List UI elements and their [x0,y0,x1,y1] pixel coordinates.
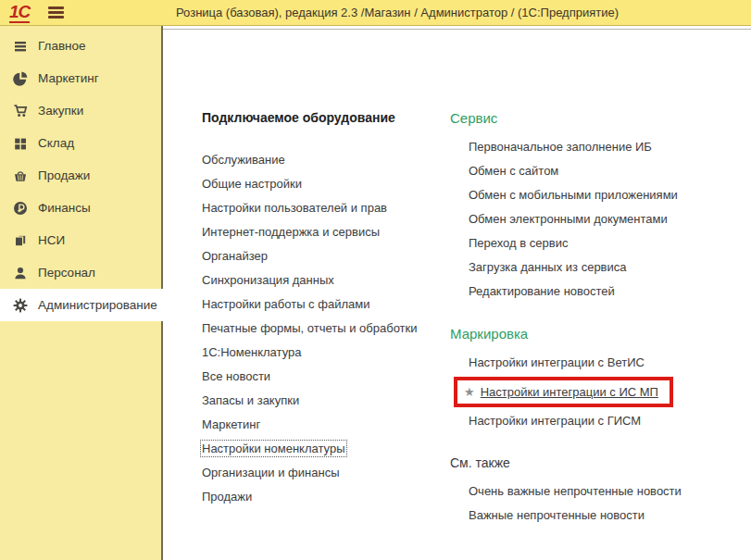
list-icon [12,39,29,54]
app-window: 1С Розница (базовая), редакция 2.3 /Мага… [0,0,751,560]
link-marketing[interactable]: Маркетинг [202,413,450,437]
gear-icon [12,298,29,313]
link-all-news[interactable]: Все новости [202,365,450,389]
sidebar-item-warehouse[interactable]: Склад [0,127,161,159]
content-panel: Подключаемое оборудование Обслуживание О… [163,26,751,560]
link-organizer[interactable]: Органайзер [202,244,450,268]
link-initial-fill[interactable]: Первоначальное заполнение ИБ [450,135,751,159]
link-file-settings[interactable]: Настройки работы с файлами [202,292,450,317]
link-organizations-finance[interactable]: Организации и финансы [202,461,450,485]
link-data-sync[interactable]: Синхронизация данных [202,268,450,292]
link-print-forms[interactable]: Печатные формы, отчеты и обработки [202,317,450,341]
section-marking: Маркировка Настройки интеграции с ВетИС … [450,326,751,433]
sidebar-item-nsi[interactable]: НСИ [0,224,161,256]
books-icon [12,233,29,248]
person-icon [12,266,29,280]
column-header-equipment: Подключаемое оборудование [202,110,450,125]
link-common-settings[interactable]: Общие настройки [202,172,450,196]
service-column: Сервис Первоначальное заполнение ИБ Обме… [450,110,751,550]
warehouse-icon [12,136,29,151]
sidebar-item-administration[interactable]: Администрирование [0,289,163,321]
sidebar-item-label: Закупки [38,104,83,118]
link-users-rights[interactable]: Настройки пользователей и прав [202,196,450,220]
link-important-news[interactable]: Важные непрочтенные новости [450,504,751,528]
sidebar-item-label: Главное [38,39,86,53]
sidebar-item-label: Продажи [38,168,90,182]
highlighted-row: ★ Настройки интеграции с ИС МП [450,375,751,409]
link-service-download[interactable]: Загрузка данных из сервиса [450,255,751,280]
link-ismp-label[interactable]: Настройки интеграции с ИС МП [481,384,658,400]
section-header-service: Сервис [450,110,751,126]
1c-logo: 1С [9,3,30,23]
sidebar-item-label: НСИ [38,233,65,247]
window-title: Розница (базовая), редакция 2.3 /Магазин… [176,6,619,19]
pie-chart-icon [12,71,29,86]
link-service-transition[interactable]: Переход в сервис [450,231,751,255]
link-ismp-integration[interactable]: ★ Настройки интеграции с ИС МП [454,377,673,407]
link-gism-integration[interactable]: Настройки интеграции с ГИСМ [450,409,751,433]
sidebar-item-main[interactable]: Главное [0,30,161,62]
section-see-also: См. также Очень важные непрочтенные ново… [450,455,751,528]
settings-column: Подключаемое оборудование Обслуживание О… [202,110,450,550]
link-edocs-exchange[interactable]: Обмен электронными документами [450,207,751,231]
sidebar-item-label: Администрирование [38,298,157,312]
link-sales[interactable]: Продажи [202,485,450,509]
link-nomenclature-settings[interactable]: Настройки номенклатуры [202,437,450,461]
link-stock-purchases[interactable]: Запасы и закупки [202,389,450,413]
sidebar-item-finance[interactable]: Финансы [0,192,161,224]
sidebar-item-label: Маркетинг [38,71,99,85]
link-mobile-exchange[interactable]: Обмен с мобильными приложениями [450,183,751,207]
ruble-icon [12,201,29,216]
section-service: Сервис Первоначальное заполнение ИБ Обме… [450,110,751,304]
link-internet-support[interactable]: Интернет-поддержка и сервисы [202,220,450,244]
sidebar: Главное Маркетинг Закупки Склад [0,26,163,560]
titlebar: 1С Розница (базовая), редакция 2.3 /Мага… [0,0,751,26]
sidebar-item-marketing[interactable]: Маркетинг [0,62,161,94]
basket-icon [12,168,29,183]
star-icon: ★ [464,384,475,400]
sidebar-item-sales[interactable]: Продажи [0,159,161,192]
sidebar-item-label: Склад [38,136,74,150]
link-very-important-news[interactable]: Очень важные непрочтенные новости [450,479,751,504]
sidebar-item-purchases[interactable]: Закупки [0,94,161,127]
link-1c-nomenclature[interactable]: 1С:Номенклатура [202,341,450,365]
sidebar-item-label: Персонал [38,266,95,280]
hamburger-icon[interactable] [48,5,64,21]
sidebar-item-label: Финансы [38,201,91,215]
sidebar-item-personnel[interactable]: Персонал [0,256,161,289]
link-news-editing[interactable]: Редактирование новостей [450,280,751,304]
link-service-maintenance[interactable]: Обслуживание [202,148,450,172]
link-vetis-integration[interactable]: Настройки интеграции с ВетИС [450,351,751,375]
section-header-see-also: См. также [450,455,751,470]
link-site-exchange[interactable]: Обмен с сайтом [450,159,751,183]
section-header-marking: Маркировка [450,326,751,342]
cart-icon [12,104,29,118]
